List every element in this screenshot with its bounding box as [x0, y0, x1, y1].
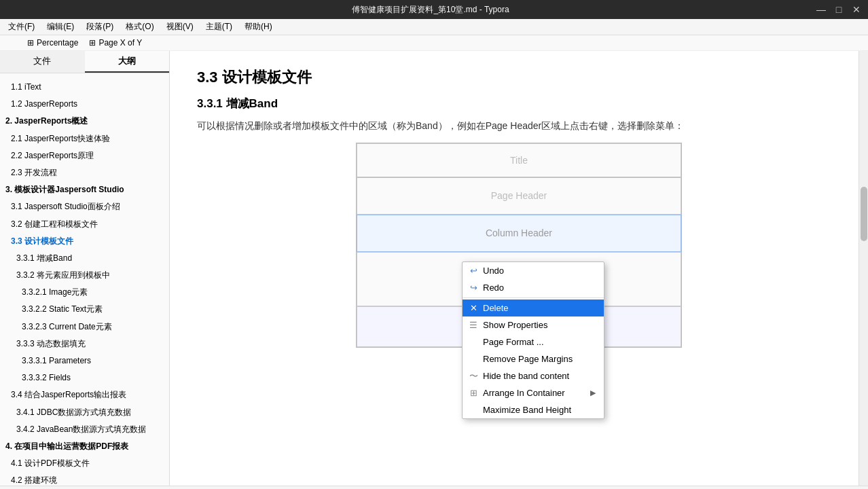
- menu-theme[interactable]: 主题(T): [200, 20, 238, 34]
- band-column-header[interactable]: Column Header: [357, 215, 681, 252]
- sidebar-item-jasperreports[interactable]: 1.2 JasperReports: [0, 96, 169, 113]
- main-layout: 文件 大纲 1.1 iText 1.2 JasperReports 2. Jas…: [0, 51, 868, 486]
- top-bar: ⊞ Percentage ⊞ Page X of Y: [0, 35, 868, 51]
- menu-paragraph[interactable]: 段落(P): [81, 20, 119, 34]
- section-title: 3.3 设计模板文件: [197, 67, 841, 88]
- close-button[interactable]: ✕: [850, 3, 863, 16]
- arrange-arrow-icon: ▶: [590, 388, 596, 397]
- sidebar-item-studio-panel[interactable]: 3.1 Jaspersoft Studio面板介绍: [0, 198, 169, 215]
- delete-icon: ✕: [468, 303, 479, 313]
- context-menu-maximize-band-label: Maximize Band Height: [483, 405, 571, 415]
- menu-file[interactable]: 文件(F): [3, 20, 40, 34]
- sidebar-tabs: 文件 大纲: [0, 51, 169, 73]
- arrange-icon: ⊞: [468, 388, 479, 398]
- sidebar-item-jasperreports-overview[interactable]: 2. JasperReports概述: [0, 113, 169, 130]
- context-menu-delete[interactable]: ✕ Delete: [463, 300, 604, 316]
- content-area: 3.3 设计模板文件 3.3.1 增减Band 可以根据情况删除或者增加模板文件…: [170, 51, 868, 486]
- percentage-label: Percentage: [37, 38, 78, 48]
- sidebar-item-javabean[interactable]: 3.4.2 JavaBean数据源方式填充数据: [0, 421, 169, 438]
- properties-icon: ☰: [468, 320, 479, 330]
- page-xy-icon: ⊞: [89, 38, 96, 48]
- intro-paragraph: 可以根据情况删除或者增加模板文件中的区域（称为Band），例如在Page Hea…: [197, 118, 841, 134]
- sidebar-item-dev-flow[interactable]: 2.3 开发流程: [0, 164, 169, 181]
- hide-band-icon: 〜: [468, 370, 479, 382]
- context-menu-redo[interactable]: ↪ Redo: [463, 279, 604, 296]
- sidebar-item-setup-env[interactable]: 4.2 搭建环境: [0, 472, 169, 486]
- band-page-header-label: Page Header: [491, 190, 547, 201]
- sidebar-item-fields[interactable]: 3.3.3.2 Fields: [0, 369, 169, 386]
- sidebar-item-create-project[interactable]: 3.2 创建工程和模板文件: [0, 216, 169, 233]
- scrollbar[interactable]: [858, 51, 868, 486]
- subsection-title: 3.3.1 增减Band: [197, 96, 841, 111]
- sidebar-content: 1.1 iText 1.2 JasperReports 2. JasperRep…: [0, 73, 169, 486]
- context-menu-arrange-label: Arrange In Container: [483, 388, 565, 398]
- context-menu-redo-label: Redo: [483, 283, 504, 293]
- context-menu-hide-band[interactable]: 〜 Hide the band content: [463, 367, 604, 384]
- sidebar-item-jr-principle[interactable]: 2.2 JasperReports原理: [0, 147, 169, 164]
- percentage-icon: ⊞: [27, 38, 34, 48]
- context-menu-undo[interactable]: ↩ Undo: [463, 262, 604, 279]
- band-title-label: Title: [510, 155, 528, 166]
- context-menu-undo-label: Undo: [483, 266, 504, 276]
- sidebar: 文件 大纲 1.1 iText 1.2 JasperReports 2. Jas…: [0, 51, 170, 486]
- sidebar-item-jaspersoft-studio[interactable]: 3. 模板设计器Jaspersoft Studio: [0, 181, 169, 198]
- title-bar: 傅智健康项目扩展资料_第10堂.md - Typora — □ ✕: [0, 0, 868, 19]
- sidebar-item-design-template[interactable]: 3.3 设计模板文件: [0, 233, 169, 250]
- minimize-button[interactable]: —: [815, 3, 827, 16]
- band-title[interactable]: Title: [357, 143, 681, 177]
- maximize-button[interactable]: □: [833, 3, 845, 16]
- context-menu-delete-label: Delete: [483, 303, 509, 313]
- context-menu-remove-margins[interactable]: Remove Page Margins: [463, 350, 604, 367]
- redo-icon: ↪: [468, 283, 479, 293]
- sidebar-item-output-pdf[interactable]: 4. 在项目中输出运营数据PDF报表: [0, 438, 169, 455]
- context-menu-arrange[interactable]: ⊞ Arrange In Container ▶: [463, 384, 604, 401]
- sidebar-item-dynamic-data[interactable]: 3.3.3 动态数据填充: [0, 336, 169, 352]
- sidebar-tab-outline[interactable]: 大纲: [85, 51, 170, 73]
- context-menu-remove-margins-label: Remove Page Margins: [483, 354, 573, 364]
- context-menu: ↩ Undo ↪ Redo ✕ Delete ☰ Show Properties: [462, 261, 604, 419]
- menu-view[interactable]: 视图(V): [161, 20, 199, 34]
- sidebar-item-jr-quickstart[interactable]: 2.1 JasperReports快速体验: [0, 130, 169, 147]
- sidebar-item-parameters[interactable]: 3.3.3.1 Parameters: [0, 352, 169, 369]
- sidebar-item-output-report[interactable]: 3.4 结合JasperReports输出报表: [0, 386, 169, 403]
- scroll-thumb[interactable]: [861, 187, 867, 241]
- window-controls: — □ ✕: [815, 3, 863, 16]
- menu-edit[interactable]: 编辑(E): [41, 20, 79, 34]
- window-title: 傅智健康项目扩展资料_第10堂.md - Typora: [46, 4, 815, 16]
- sidebar-item-itext[interactable]: 1.1 iText: [0, 79, 169, 96]
- band-column-header-label: Column Header: [486, 228, 552, 238]
- sidebar-item-jdbc[interactable]: 3.4.1 JDBC数据源方式填充数据: [0, 404, 169, 421]
- sidebar-item-current-date[interactable]: 3.3.2.3 Current Date元素: [0, 319, 169, 336]
- context-menu-page-format-label: Page Format ...: [483, 337, 544, 347]
- sidebar-item-add-band[interactable]: 3.3.1 增减Band: [0, 250, 169, 267]
- page-x-of-y-item[interactable]: ⊞ Page X of Y: [89, 38, 142, 48]
- context-menu-hide-band-label: Hide the band content: [483, 371, 569, 381]
- menu-bar: 文件(F) 编辑(E) 段落(P) 格式(O) 视图(V) 主题(T) 帮助(H…: [0, 19, 868, 35]
- sidebar-item-design-pdf[interactable]: 4.1 设计PDF模板文件: [0, 455, 169, 472]
- context-menu-page-format[interactable]: Page Format ...: [463, 333, 604, 350]
- page-xy-label: Page X of Y: [98, 38, 142, 48]
- context-menu-divider-1: [463, 297, 604, 298]
- percentage-item[interactable]: ⊞ Percentage: [27, 38, 78, 48]
- sidebar-item-static-text[interactable]: 3.3.2.2 Static Text元素: [0, 301, 169, 318]
- band-page-header[interactable]: Page Header: [357, 177, 681, 215]
- context-menu-maximize-band[interactable]: Maximize Band Height: [463, 401, 604, 418]
- menu-format[interactable]: 格式(O): [120, 20, 159, 34]
- undo-icon: ↩: [468, 266, 479, 276]
- sidebar-item-image-element[interactable]: 3.3.2.1 Image元素: [0, 284, 169, 301]
- sidebar-tab-file[interactable]: 文件: [0, 51, 85, 73]
- context-menu-show-properties[interactable]: ☰ Show Properties: [463, 316, 604, 333]
- context-menu-show-properties-label: Show Properties: [483, 320, 547, 330]
- menu-help[interactable]: 帮助(H): [239, 20, 278, 34]
- status-bar: 4134 字: [0, 486, 868, 489]
- sidebar-item-apply-elements[interactable]: 3.3.2 将元素应用到模板中: [0, 267, 169, 284]
